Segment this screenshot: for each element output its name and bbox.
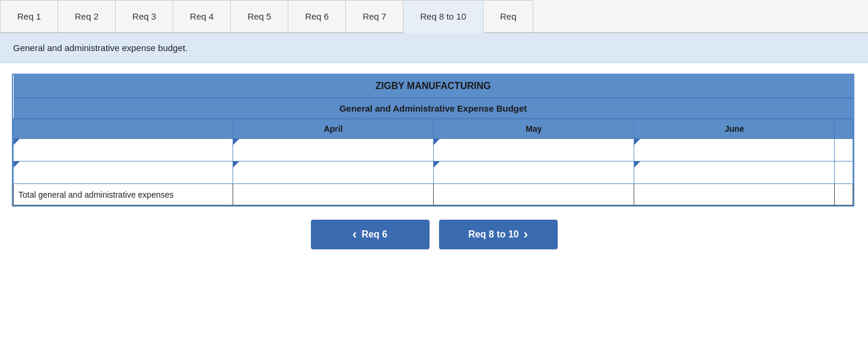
may-col-header: May — [434, 119, 634, 139]
april-col-header: April — [233, 119, 434, 139]
tab-req6[interactable]: Req 6 — [288, 0, 346, 32]
description-text: General and administrative expense budge… — [13, 43, 187, 53]
row1-april-cell — [233, 139, 434, 161]
row2-june-indicator — [634, 161, 640, 167]
row2-may-input[interactable] — [434, 161, 634, 183]
row2-indicator — [14, 161, 20, 167]
label-col-header — [14, 119, 233, 139]
row2-may-cell — [434, 161, 634, 184]
row2-label-input[interactable] — [16, 161, 233, 183]
total-june-cell — [634, 184, 835, 205]
chevron-right-icon — [524, 228, 528, 241]
tab-req-extra[interactable]: Req — [484, 0, 534, 32]
row2-june-cell — [634, 161, 835, 184]
next-button-label: Req 8 to 10 — [468, 229, 519, 240]
row1-label-cell — [14, 139, 233, 161]
tab-bar: Req 1 Req 2 Req 3 Req 4 Req 5 Req 6 Req … — [0, 0, 868, 33]
description-banner: General and administrative expense budge… — [0, 33, 868, 63]
total-april-cell — [233, 184, 434, 205]
tab-req4[interactable]: Req 4 — [173, 0, 231, 32]
column-headers-row: April May June — [14, 119, 853, 139]
next-button[interactable]: Req 8 to 10 — [439, 220, 558, 249]
row1-indicator — [14, 139, 20, 145]
nav-buttons: Req 6 Req 8 to 10 — [12, 207, 856, 261]
company-name: ZIGBY MANUFACTURING — [14, 75, 853, 98]
row1-june-input[interactable] — [634, 139, 834, 161]
table-row — [14, 161, 853, 184]
total-row: Total general and administrative expense… — [14, 184, 853, 205]
row2-june-input[interactable] — [634, 161, 834, 183]
tab-req1[interactable]: Req 1 — [0, 0, 58, 32]
tab-req7[interactable]: Req 7 — [346, 0, 403, 32]
prev-button[interactable]: Req 6 — [311, 220, 430, 249]
tab-req5[interactable]: Req 5 — [231, 0, 288, 32]
row1-may-input[interactable] — [434, 139, 634, 161]
chevron-left-icon — [352, 228, 357, 241]
row1-april-indicator — [233, 139, 239, 145]
tab-req8to10[interactable]: Req 8 to 10 — [403, 0, 484, 33]
total-label-cell: Total general and administrative expense… — [14, 184, 233, 205]
row1-june-cell — [634, 139, 835, 161]
row1-june-indicator — [634, 139, 640, 145]
row2-april-input[interactable] — [233, 161, 433, 183]
row1-extra-cell — [835, 139, 853, 161]
june-col-header: June — [634, 119, 835, 139]
row2-april-indicator — [233, 161, 239, 167]
row2-may-indicator — [434, 161, 440, 167]
row2-label-cell — [14, 161, 233, 184]
total-may-cell — [434, 184, 634, 205]
main-content: ZIGBY MANUFACTURING General and Administ… — [0, 63, 868, 261]
table-row — [14, 139, 853, 161]
row2-april-cell — [233, 161, 434, 184]
tab-req3[interactable]: Req 3 — [116, 0, 173, 32]
row1-label-input[interactable] — [16, 139, 233, 161]
budget-table-wrapper: ZIGBY MANUFACTURING General and Administ… — [12, 74, 854, 207]
prev-button-label: Req 6 — [361, 229, 387, 240]
row1-may-indicator — [434, 139, 440, 145]
row2-extra-cell — [835, 161, 853, 184]
tab-req2[interactable]: Req 2 — [58, 0, 116, 32]
extra-col-header — [835, 119, 853, 139]
row1-april-input[interactable] — [233, 139, 433, 161]
total-extra-cell — [835, 184, 853, 205]
budget-table: ZIGBY MANUFACTURING General and Administ… — [13, 75, 853, 205]
table-subtitle: General and Administrative Expense Budge… — [14, 98, 853, 119]
row1-may-cell — [434, 139, 634, 161]
